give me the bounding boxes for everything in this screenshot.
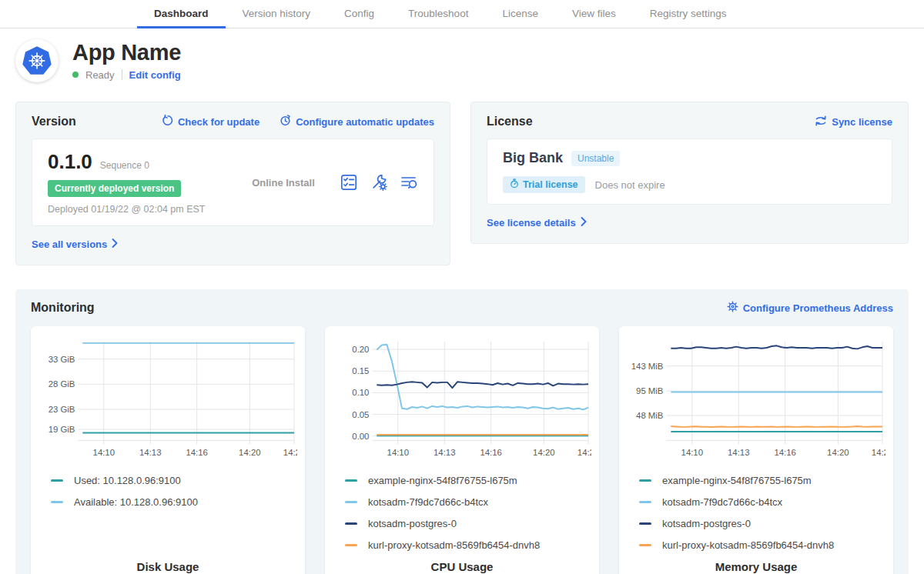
- svg-text:14:23: 14:23: [283, 448, 297, 457]
- monitoring-title: Monitoring: [31, 301, 95, 315]
- deployed-timestamp: Deployed 01/19/22 @ 02:04 pm EST: [48, 204, 226, 215]
- see-license-details-link[interactable]: See license details: [487, 217, 587, 229]
- current-version-panel: 0.1.0 Sequence 0 Currently deployed vers…: [32, 138, 434, 226]
- svg-text:14:13: 14:13: [728, 448, 749, 457]
- tab-troubleshoot[interactable]: Troubleshoot: [391, 0, 485, 28]
- legend-item: kotsadm-postgres-0: [639, 512, 886, 534]
- chevron-right-icon: [112, 239, 118, 250]
- expiry-text: Does not expire: [595, 179, 665, 191]
- legend-item: kurl-proxy-kotsadm-8569fb6454-dnvh8: [345, 534, 591, 556]
- page-title: App Name: [72, 41, 181, 65]
- legend-swatch: [51, 501, 63, 503]
- svg-text:14:23: 14:23: [872, 448, 886, 457]
- legend-label: kotsadm-postgres-0: [662, 518, 751, 529]
- top-nav: Dashboard Version history Config Trouble…: [0, 0, 924, 28]
- cpu-usage-title: CPU Usage: [333, 560, 591, 573]
- kubernetes-logo: [15, 39, 59, 82]
- cpu-usage-card: 14:1014:1314:1614:2014:230.200.150.100.0…: [325, 326, 599, 574]
- legend-swatch: [639, 544, 651, 546]
- legend-swatch: [639, 501, 651, 503]
- legend-swatch: [639, 479, 651, 482]
- chevron-right-icon: [581, 217, 587, 229]
- svg-text:19 GiB: 19 GiB: [49, 425, 75, 434]
- monitoring-section: Monitoring Configure Prometheus Address …: [15, 289, 909, 574]
- legend-item: Available: 10.128.0.96:9100: [51, 491, 297, 512]
- svg-text:14:16: 14:16: [186, 448, 207, 457]
- legend-swatch: [639, 522, 651, 525]
- tab-view-files[interactable]: View files: [555, 0, 633, 28]
- legend-label: kotsadm-postgres-0: [368, 518, 457, 529]
- svg-text:28 GiB: 28 GiB: [49, 379, 75, 389]
- memory-usage-card: 14:1014:1314:1614:2014:23143 MiB95 MiB48…: [619, 326, 893, 574]
- svg-text:0.15: 0.15: [352, 366, 369, 375]
- memory-usage-legend: example-nginx-54f8f76755-l675mkotsadm-7f…: [639, 469, 886, 556]
- legend-label: example-nginx-54f8f76755-l675m: [662, 475, 812, 486]
- legend-item: Used: 10.128.0.96:9100: [51, 469, 297, 491]
- trial-license-badge: Trial license: [503, 176, 585, 193]
- cpu-usage-legend: example-nginx-54f8f76755-l675mkotsadm-7f…: [345, 469, 591, 556]
- svg-text:0.00: 0.00: [352, 432, 369, 441]
- see-all-versions-link[interactable]: See all versions: [32, 239, 118, 250]
- version-card: Version Check for update Configure autom…: [15, 102, 450, 265]
- tab-config[interactable]: Config: [327, 0, 391, 28]
- configure-automatic-updates-button[interactable]: Configure automatic updates: [280, 115, 434, 128]
- svg-text:0.10: 0.10: [352, 388, 369, 397]
- svg-text:33 GiB: 33 GiB: [49, 355, 75, 364]
- cpu-usage-chart: 14:1014:1314:1614:2014:230.200.150.100.0…: [333, 335, 591, 463]
- disk-usage-card: 14:1014:1314:1614:2014:2333 GiB28 GiB23 …: [31, 326, 305, 574]
- svg-text:14:20: 14:20: [533, 448, 554, 457]
- logs-magnifier-icon[interactable]: [400, 174, 418, 191]
- edit-config-link[interactable]: Edit config: [129, 69, 181, 81]
- sync-license-button[interactable]: Sync license: [815, 115, 892, 128]
- legend-label: kurl-proxy-kotsadm-8569fb6454-dnvh8: [368, 539, 540, 551]
- svg-text:14:16: 14:16: [480, 448, 501, 457]
- legend-label: kotsadm-7f9dc7d66c-b4tcx: [368, 496, 488, 508]
- deployed-badge: Currently deployed version: [48, 180, 181, 197]
- configure-prometheus-button[interactable]: Configure Prometheus Address: [727, 301, 893, 315]
- stopwatch-icon: [510, 179, 519, 191]
- svg-text:143 MiB: 143 MiB: [631, 362, 664, 371]
- sequence-label: Sequence 0: [100, 160, 149, 171]
- status-dot-icon: [72, 72, 79, 78]
- app-header: App Name Ready Edit config: [0, 28, 924, 88]
- tab-license[interactable]: License: [485, 0, 555, 28]
- svg-text:14:23: 14:23: [578, 448, 591, 457]
- version-card-title: Version: [32, 115, 76, 128]
- tab-registry-settings[interactable]: Registry settings: [633, 0, 744, 28]
- tab-dashboard[interactable]: Dashboard: [137, 0, 226, 28]
- preflight-checklist-icon[interactable]: [340, 174, 357, 191]
- cards-row: Version Check for update Configure autom…: [0, 88, 924, 265]
- svg-text:14:10: 14:10: [93, 448, 115, 457]
- clock-arrow-icon: [280, 115, 291, 128]
- version-number: 0.1.0: [48, 150, 92, 174]
- swap-arrows-icon: [815, 115, 827, 128]
- wrench-gear-icon[interactable]: [370, 174, 387, 191]
- legend-item: example-nginx-54f8f76755-l675m: [345, 469, 591, 491]
- refresh-icon: [162, 115, 173, 128]
- svg-text:95 MiB: 95 MiB: [636, 386, 663, 395]
- svg-text:14:16: 14:16: [774, 448, 795, 457]
- divider: [122, 69, 122, 80]
- svg-text:0.05: 0.05: [352, 410, 369, 419]
- svg-text:23 GiB: 23 GiB: [49, 405, 75, 414]
- tab-version-history[interactable]: Version history: [226, 0, 328, 28]
- legend-swatch: [345, 522, 357, 525]
- legend-label: example-nginx-54f8f76755-l675m: [368, 475, 517, 486]
- install-type-label: Online Install: [226, 177, 340, 189]
- svg-text:14:13: 14:13: [434, 448, 455, 457]
- disk-usage-title: Disk Usage: [38, 560, 297, 573]
- legend-swatch: [51, 479, 63, 482]
- check-for-update-button[interactable]: Check for update: [162, 115, 259, 128]
- svg-text:14:20: 14:20: [827, 448, 849, 457]
- channel-badge: Unstable: [571, 151, 620, 166]
- legend-label: Available: 10.128.0.96:9100: [74, 496, 198, 508]
- status-text: Ready: [85, 69, 115, 81]
- disk-usage-legend: Used: 10.128.0.96:9100Available: 10.128.…: [51, 469, 297, 556]
- legend-label: Used: 10.128.0.96:9100: [74, 475, 181, 486]
- legend-label: kotsadm-7f9dc7d66c-b4tcx: [662, 496, 782, 508]
- disk-usage-chart: 14:1014:1314:1614:2014:2333 GiB28 GiB23 …: [38, 335, 297, 463]
- legend-label: kurl-proxy-kotsadm-8569fb6454-dnvh8: [662, 539, 834, 551]
- legend-item: kotsadm-7f9dc7d66c-b4tcx: [345, 491, 591, 512]
- svg-text:0.20: 0.20: [352, 345, 369, 354]
- svg-text:48 MiB: 48 MiB: [636, 411, 663, 420]
